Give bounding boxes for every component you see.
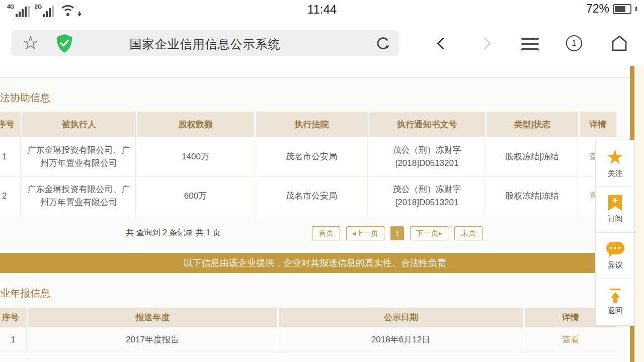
floating-action-panel: ★ 关注 + 订阅 异议 返回: [595, 140, 635, 326]
cell-executee: 广东金琳投资有限公司、广州万年置业有限公司: [22, 177, 136, 215]
col-header-court: 执行法院: [256, 112, 368, 137]
battery-percent: 72%: [586, 2, 609, 16]
tabs-icon[interactable]: 1: [566, 35, 582, 51]
col-header-seq: 序号: [0, 308, 27, 327]
subscribe-bookmark-icon: +: [608, 195, 622, 211]
battery-indicator: 72%: [586, 2, 637, 16]
disclaimer-banner: 以下信息由该企业提供，企业对其报送信息的真实性、合法性负责: [0, 253, 630, 273]
next-page-button[interactable]: 下一页▸: [410, 226, 448, 240]
table-row: 2 广东金琳投资有限公司、广州万年置业有限公司 600万 茂名市公安局 茂公（刑…: [0, 177, 616, 215]
cell-court: 茂名市公安局: [256, 177, 368, 215]
cell-seq: 1: [0, 137, 21, 177]
col-header-seq: 序号: [0, 112, 21, 137]
record-count-summary: 共 查询到 2 条记录 共 1 页: [126, 228, 220, 238]
forward-icon[interactable]: [478, 37, 491, 49]
prev-page-button[interactable]: ◂上一页: [346, 226, 384, 240]
col-header-notice-no: 执行通知书文号: [369, 112, 485, 137]
col-header-type-status: 类型|状态: [487, 112, 578, 137]
col-header-equity-amount: 股权数额: [137, 112, 254, 137]
table-row: 1 2017年度报告 2018年6月12日 查看: [0, 327, 616, 352]
judicial-assistance-table: 序号 被执行人 股权数额 执行法院 执行通知书文号 类型|状态 详情 1 广东金…: [0, 112, 616, 215]
cell-type-status: 股权冻结|冻结: [487, 177, 578, 215]
pagination: 共 查询到 2 条记录 共 1 页 首页 ◂上一页 1 下一页▸ 末页: [0, 226, 616, 240]
cell-seq: 2: [0, 177, 21, 215]
back-icon[interactable]: [437, 37, 449, 49]
cell-detail: 查看: [525, 327, 616, 352]
home-icon[interactable]: [610, 34, 629, 53]
table-header-row: 序号 报送年度 公示日期 详情: [0, 308, 616, 327]
last-page-button[interactable]: 末页: [454, 226, 482, 240]
cell-report-year: 2017年度报告: [28, 327, 277, 352]
cell-publish-date: 2018年6月12日: [279, 327, 523, 352]
address-bar[interactable]: ☆ 国家企业信用信息公示系统: [11, 30, 399, 56]
cell-seq: 1: [0, 327, 27, 352]
refresh-icon[interactable]: [375, 35, 392, 52]
section-title-judicial-assistance: 法协助信息: [0, 91, 50, 105]
cell-equity-amount: 1400万: [137, 137, 254, 177]
page-title: 国家企业信用信息公示系统: [11, 36, 399, 52]
subscribe-button[interactable]: + 订阅: [596, 187, 634, 233]
view-link[interactable]: 查看: [562, 333, 579, 346]
cell-executee: 广东金琳投资有限公司、广州万年置业有限公司: [22, 137, 136, 177]
cell-notice-no: 茂公（刑）冻财字[2018]D0513201: [369, 137, 485, 177]
cell-type-status: 股权冻结|冻结: [487, 137, 578, 177]
page-right-margin: [634, 66, 644, 362]
cell-court: 茂名市公安局: [256, 137, 368, 177]
current-page-button[interactable]: 1: [390, 226, 404, 240]
status-bar: 4G 2G 11:44 72%: [0, 0, 644, 21]
col-header-publish-date: 公示日期: [279, 308, 523, 327]
menu-icon[interactable]: [521, 38, 539, 50]
status-clock: 11:44: [0, 3, 644, 17]
section-title-annual-report: 业年报信息: [0, 287, 50, 300]
objection-button[interactable]: 异议: [596, 233, 634, 279]
col-header-executee: 被执行人: [22, 112, 136, 137]
table-header-row: 序号 被执行人 股权数额 执行法院 执行通知书文号 类型|状态 详情: [0, 112, 616, 137]
follow-button[interactable]: ★ 关注: [596, 140, 634, 187]
star-icon: ★: [606, 148, 624, 165]
table-row: 1 广东金琳投资有限公司、广州万年置业有限公司 1400万 茂名市公安局 茂公（…: [0, 137, 616, 177]
col-header-report-year: 报送年度: [28, 308, 277, 327]
page-top-band: [0, 65, 630, 77]
first-page-button[interactable]: 首页: [312, 226, 340, 240]
tab-count: 1: [572, 39, 577, 48]
annual-report-table: 序号 报送年度 公示日期 详情 1 2017年度报告 2018年6月12日 查看: [0, 308, 616, 352]
cell-equity-amount: 600万: [137, 177, 254, 215]
browser-toolbar: ☆ 国家企业信用信息公示系统 1: [0, 21, 644, 65]
col-header-detail: 详情: [580, 112, 616, 137]
back-to-top-button[interactable]: 返回: [596, 279, 634, 325]
back-to-top-icon: [610, 289, 621, 303]
comment-icon: [606, 242, 624, 254]
battery-icon: [613, 4, 631, 14]
cell-notice-no: 茂公（刑）冻财字[2018]D0513201: [369, 177, 485, 215]
